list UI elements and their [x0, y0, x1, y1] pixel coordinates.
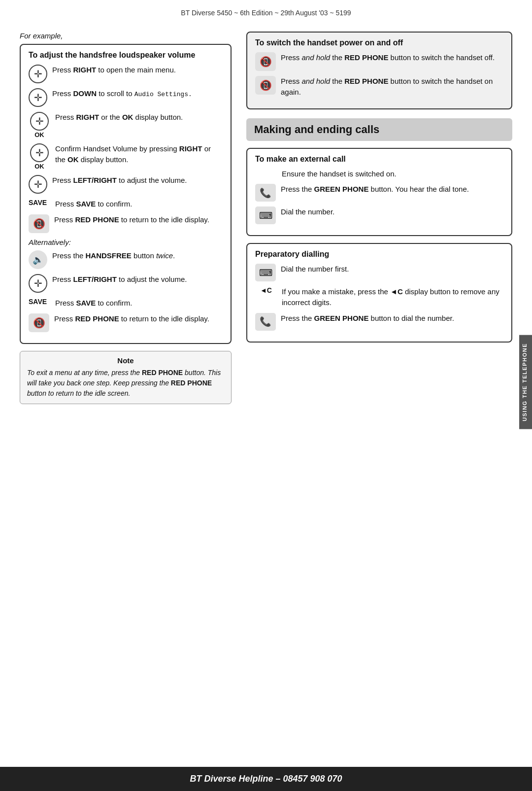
- step-dial: ⌨ Dial the number.: [255, 206, 503, 224]
- step-save-2: SAVE Press SAVE to confirm.: [29, 298, 223, 309]
- side-tab-label: USING THE TELEPHONE: [522, 343, 528, 421]
- step-text: Press RIGHT or the OK display button.: [55, 112, 223, 123]
- keypad-icon: ⌨: [255, 206, 276, 224]
- nav-icon: ✛: [30, 143, 49, 162]
- nav-ok-col: ✛ OK: [29, 112, 50, 138]
- keypad-icon: ⌨: [255, 264, 276, 281]
- green-phone-icon: 📞: [255, 313, 276, 331]
- step-backc: ◄C If you make a mistake, press the ◄C d…: [255, 286, 503, 308]
- red-phone-icon: 📵: [255, 52, 276, 71]
- nav-icon: ✛: [29, 65, 47, 83]
- step-dial-first: ⌨ Dial the number first.: [255, 264, 503, 281]
- step-red-phone-1: 📵 Press RED PHONE to return to the idle …: [29, 214, 223, 233]
- right-column: To switch the handset power on and off 📵…: [246, 32, 512, 404]
- step-lr-volume: ✛ Press LEFT/RIGHT to adjust the volume.: [29, 175, 223, 194]
- step-text: If you make a mistake, press the ◄C disp…: [282, 286, 503, 308]
- alternatively-label: Alternatively:: [29, 238, 223, 246]
- step-text: Press and hold the RED PHONE button to s…: [281, 52, 503, 63]
- main-content: For example, To adjust the handsfree lou…: [0, 22, 532, 414]
- step-text: Press SAVE to confirm.: [55, 298, 223, 309]
- page-header: BT Diverse 5450 ~ 6th Edition ~ 29th Aug…: [0, 0, 532, 22]
- step-ensure-on: Ensure the handset is switched on.: [255, 169, 503, 179]
- making-calls-heading: Making and ending calls: [246, 118, 512, 141]
- external-call-box: To make an external call Ensure the hand…: [246, 148, 512, 237]
- step-power-on: 📵 Press and hold the RED PHONE button to…: [255, 76, 503, 98]
- preparatory-box: Preparatory dialling ⌨ Dial the number f…: [246, 243, 512, 343]
- ok-label: OK: [34, 131, 44, 138]
- side-tab: USING THE TELEPHONE: [519, 335, 532, 429]
- preparatory-title: Preparatory dialling: [255, 250, 503, 259]
- step-text: Press and hold the RED PHONE button to s…: [281, 76, 503, 98]
- step-text: Press LEFT/RIGHT to adjust the volume.: [52, 175, 223, 186]
- step-down-scroll: ✛ Press DOWN to scroll to Audio Settings…: [29, 88, 223, 107]
- step-right-open: ✛ Press RIGHT to open the main menu.: [29, 65, 223, 83]
- step-text: Press SAVE to confirm.: [55, 199, 223, 209]
- step-lr-volume-2: ✛ Press LEFT/RIGHT to adjust the volume.: [29, 274, 223, 293]
- note-text: To exit a menu at any time, press the RE…: [27, 368, 224, 399]
- step-text: Press RED PHONE to return to the idle di…: [54, 313, 223, 324]
- step-confirm-volume: ✛ OK Confirm Handset Volume by pressing …: [29, 143, 223, 170]
- red-phone-icon: 📵: [255, 76, 276, 95]
- footer-text: BT Diverse Helpline – 08457 908 070: [190, 774, 342, 784]
- nav-ok-col: ✛ OK: [29, 143, 50, 170]
- step-text: Press the GREEN PHONE button to dial the…: [281, 313, 503, 324]
- step-save-1: SAVE Press SAVE to confirm.: [29, 199, 223, 209]
- handsfree-box: To adjust the handsfree loudspeaker volu…: [20, 44, 232, 344]
- green-phone-icon: 📞: [255, 184, 276, 202]
- step-red-phone-2: 📵 Press RED PHONE to return to the idle …: [29, 313, 223, 332]
- step-text: Press RIGHT to open the main menu.: [52, 65, 223, 75]
- step-green-phone-dial: 📞 Press the GREEN PHONE button to dial t…: [255, 313, 503, 331]
- note-box: Note To exit a menu at any time, press t…: [20, 351, 232, 404]
- save-label: SAVE: [29, 298, 50, 306]
- step-text: Press LEFT/RIGHT to adjust the volume.: [52, 274, 223, 285]
- step-handsfree: 🔈 Press the HANDSFREE button twice.: [29, 250, 223, 269]
- step-power-off: 📵 Press and hold the RED PHONE button to…: [255, 52, 503, 71]
- switch-power-box: To switch the handset power on and off 📵…: [246, 32, 512, 109]
- step-green-phone: 📞 Press the GREEN PHONE button. You hear…: [255, 184, 503, 202]
- nav-icon: ✛: [29, 88, 47, 107]
- handsfree-box-title: To adjust the handsfree loudspeaker volu…: [29, 51, 223, 60]
- note-title: Note: [27, 356, 224, 365]
- save-label: SAVE: [29, 199, 50, 206]
- ok-label: OK: [34, 163, 44, 170]
- step-text: Dial the number.: [281, 206, 503, 217]
- external-call-title: To make an external call: [255, 155, 503, 164]
- nav-icon: ✛: [30, 112, 49, 131]
- red-phone-icon: 📵: [29, 214, 49, 233]
- step-text: Ensure the handset is switched on.: [282, 169, 503, 179]
- step-text: Press DOWN to scroll to Audio Settings.: [52, 88, 223, 100]
- step-text: Confirm Handset Volume by pressing RIGHT…: [55, 143, 223, 165]
- step-text: Press RED PHONE to return to the idle di…: [54, 214, 223, 225]
- nav-icon: ✛: [29, 175, 47, 194]
- red-phone-icon: 📵: [29, 313, 49, 332]
- step-text: Press the HANDSFREE button twice.: [52, 250, 223, 261]
- header-title: BT Diverse 5450 ~ 6th Edition ~ 29th Aug…: [181, 9, 351, 17]
- step-text: Dial the number first.: [281, 264, 503, 275]
- handsfree-icon: 🔈: [29, 250, 47, 269]
- page-footer: BT Diverse Helpline – 08457 908 070: [0, 767, 532, 791]
- for-example-label: For example,: [20, 32, 232, 40]
- step-text: Press the GREEN PHONE button. You hear t…: [281, 184, 503, 195]
- step-right-ok: ✛ OK Press RIGHT or the OK display butto…: [29, 112, 223, 138]
- backc-label: ◄C: [255, 286, 277, 294]
- left-column: For example, To adjust the handsfree lou…: [20, 32, 232, 404]
- switch-power-title: To switch the handset power on and off: [255, 38, 503, 47]
- nav-icon: ✛: [29, 274, 47, 293]
